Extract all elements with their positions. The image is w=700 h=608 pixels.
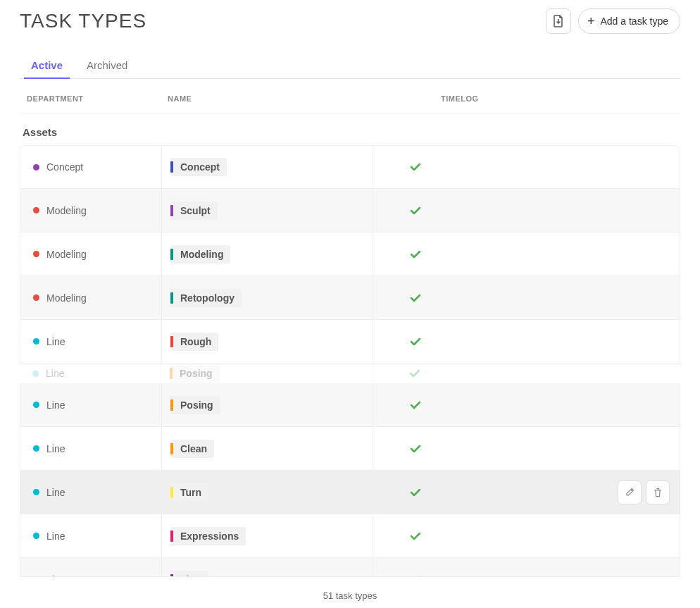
- department-cell: Line: [20, 574, 161, 578]
- table-row[interactable]: ModelingRetopology: [20, 276, 680, 320]
- timelog-cell: [373, 427, 680, 470]
- timelog-cell: [373, 320, 680, 363]
- header-actions: + Add a task type: [546, 8, 680, 34]
- check-icon: [408, 529, 423, 543]
- delete-button[interactable]: [646, 480, 670, 504]
- task-type-chip[interactable]: Lips: [170, 571, 208, 578]
- department-dot-icon: [33, 489, 39, 495]
- task-type-chip[interactable]: Modeling: [170, 245, 230, 263]
- name-cell: Modeling: [161, 232, 373, 275]
- department-cell: Line: [20, 336, 161, 347]
- tabs: Active Archived: [20, 54, 680, 79]
- timelog-cell: [373, 276, 680, 319]
- department-label: Line: [46, 336, 65, 347]
- task-type-name: Concept: [180, 161, 220, 173]
- task-type-chip[interactable]: Concept: [170, 158, 227, 176]
- timelog-cell: [373, 232, 680, 275]
- task-type-chip[interactable]: Sculpt: [170, 201, 218, 220]
- name-cell: Posing: [161, 364, 372, 383]
- department-label: Modeling: [46, 205, 87, 216]
- timelog-cell: [373, 558, 680, 577]
- task-type-name: Posing: [180, 399, 213, 411]
- task-type-chip[interactable]: Turn: [170, 483, 208, 502]
- chip-color-bar-icon: [170, 531, 173, 542]
- department-cell: Modeling: [20, 205, 161, 216]
- table-row[interactable]: LineTurn: [20, 471, 680, 514]
- department-dot-icon: [32, 371, 39, 377]
- department-dot-icon: [33, 445, 39, 452]
- department-label: Line: [46, 443, 65, 454]
- department-cell: Line: [20, 368, 161, 379]
- table-row[interactable]: LineRough: [20, 320, 680, 364]
- department-label: Line: [46, 487, 65, 498]
- check-icon: [408, 485, 423, 500]
- chip-color-bar-icon: [170, 249, 173, 260]
- timelog-cell: [372, 364, 680, 383]
- row-actions: [618, 480, 670, 504]
- col-header-timelog: Timelog: [379, 94, 673, 103]
- table-row[interactable]: LinePosing: [20, 383, 680, 427]
- timelog-cell: [373, 383, 680, 426]
- task-type-name: Clean: [180, 443, 207, 454]
- plus-icon: +: [587, 15, 595, 27]
- chip-color-bar-icon: [170, 161, 173, 173]
- page-header: TASK TYPES + Add a task type: [20, 8, 680, 34]
- task-type-name: Posing: [180, 368, 213, 379]
- table-row[interactable]: ModelingSculpt: [20, 189, 680, 232]
- chip-color-bar-icon: [170, 399, 173, 411]
- department-label: Line: [46, 368, 64, 379]
- check-icon: [408, 573, 423, 578]
- task-type-chip[interactable]: Expressions: [170, 527, 246, 545]
- department-label: Line: [46, 574, 65, 578]
- name-cell: Retopology: [161, 276, 373, 319]
- trash-icon: [652, 487, 663, 498]
- task-type-name: Expressions: [180, 531, 239, 542]
- tab-archived[interactable]: Archived: [84, 54, 130, 78]
- timelog-cell: [373, 514, 680, 557]
- table-body: ConceptConceptModelingSculptModelingMode…: [20, 145, 680, 577]
- import-button[interactable]: [546, 8, 571, 34]
- department-dot-icon: [33, 576, 39, 577]
- task-type-name: Sculpt: [180, 205, 211, 216]
- task-type-name: Modeling: [180, 249, 223, 260]
- task-type-chip[interactable]: Posing: [170, 364, 220, 383]
- name-cell: Lips: [161, 558, 373, 577]
- name-cell: Sculpt: [161, 189, 373, 232]
- name-cell: Concept: [161, 146, 373, 188]
- chip-color-bar-icon: [170, 336, 173, 347]
- edit-icon: [624, 487, 635, 498]
- check-icon: [408, 247, 423, 261]
- department-label: Line: [46, 399, 65, 411]
- page-title: TASK TYPES: [20, 10, 146, 32]
- edit-button[interactable]: [618, 480, 642, 504]
- department-dot-icon: [33, 338, 39, 345]
- add-task-type-button[interactable]: + Add a task type: [578, 8, 680, 34]
- task-type-chip[interactable]: Clean: [170, 440, 214, 458]
- tab-active[interactable]: Active: [28, 54, 65, 78]
- footer-count: 51 task types: [0, 590, 700, 601]
- department-cell: Modeling: [20, 292, 161, 304]
- task-type-name: Retopology: [180, 292, 235, 304]
- table-row[interactable]: LineLips: [20, 558, 680, 577]
- table-scroll-area[interactable]: Department Name Timelog Assets ConceptCo…: [20, 85, 680, 577]
- name-cell: Rough: [161, 320, 373, 363]
- table-header-row: Department Name Timelog: [20, 85, 680, 113]
- table-row[interactable]: LineExpressions: [20, 514, 680, 558]
- department-dot-icon: [33, 251, 39, 257]
- department-label: Modeling: [46, 249, 87, 260]
- task-type-chip[interactable]: Rough: [170, 333, 218, 351]
- table-row[interactable]: ModelingModeling: [20, 232, 680, 276]
- name-cell: Clean: [161, 427, 373, 470]
- department-dot-icon: [33, 294, 39, 301]
- name-cell: Expressions: [161, 514, 373, 557]
- task-type-chip[interactable]: Posing: [170, 396, 220, 414]
- chip-color-bar-icon: [170, 205, 173, 216]
- group-header-assets: Assets: [20, 113, 680, 145]
- chip-color-bar-icon: [170, 368, 173, 379]
- task-type-chip[interactable]: Retopology: [170, 289, 242, 307]
- table-row[interactable]: ConceptConcept: [20, 145, 680, 189]
- table-row[interactable]: LinePosing: [20, 364, 680, 383]
- check-icon: [408, 366, 422, 380]
- table-row[interactable]: LineClean: [20, 427, 680, 471]
- department-cell: Modeling: [20, 249, 161, 260]
